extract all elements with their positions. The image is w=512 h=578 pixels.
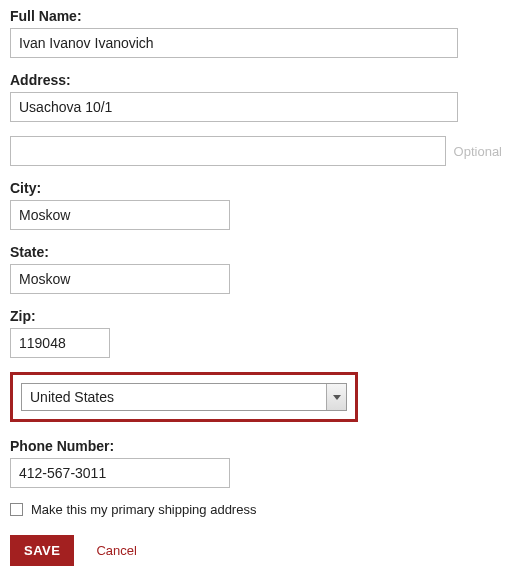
primary-address-checkbox[interactable] [10,503,23,516]
city-input[interactable] [10,200,230,230]
phone-input[interactable] [10,458,230,488]
country-highlight-box: United States [10,372,358,422]
cancel-link[interactable]: Cancel [96,543,136,558]
save-button[interactable]: SAVE [10,535,74,566]
city-label: City: [10,180,502,196]
state-input[interactable] [10,264,230,294]
country-select[interactable]: United States [21,383,347,411]
optional-hint: Optional [454,144,502,159]
primary-address-checkbox-label: Make this my primary shipping address [31,502,256,517]
address-label: Address: [10,72,502,88]
state-label: State: [10,244,502,260]
address-line2-input[interactable] [10,136,446,166]
country-select-value: United States [22,384,326,410]
zip-input[interactable] [10,328,110,358]
country-select-button[interactable] [326,384,346,410]
full-name-label: Full Name: [10,8,502,24]
zip-label: Zip: [10,308,502,324]
full-name-input[interactable] [10,28,458,58]
phone-label: Phone Number: [10,438,502,454]
address-line1-input[interactable] [10,92,458,122]
chevron-down-icon [333,395,341,400]
